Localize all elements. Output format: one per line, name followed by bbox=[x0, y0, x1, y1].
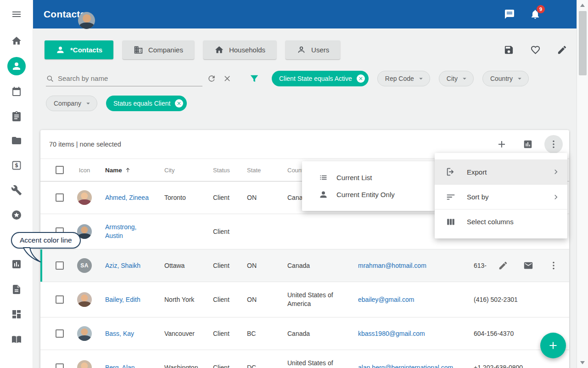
contact-email-link[interactable]: ebailey@gmail.com bbox=[358, 296, 414, 303]
refresh-search-button[interactable] bbox=[207, 74, 217, 84]
save-view-button[interactable] bbox=[504, 45, 514, 55]
bar-chart-icon bbox=[11, 259, 22, 270]
more-options-button[interactable] bbox=[544, 135, 563, 153]
contact-name-link[interactable]: Armstrong, Austin bbox=[105, 223, 136, 239]
column-header-status[interactable]: Status bbox=[213, 167, 230, 174]
hamburger-menu-button[interactable] bbox=[7, 5, 26, 23]
sidebar-item-tools[interactable] bbox=[7, 181, 26, 199]
cell-state: ON bbox=[247, 261, 287, 270]
edit-view-button[interactable] bbox=[557, 45, 567, 55]
notification-badge: 9 bbox=[537, 5, 545, 13]
sort-icon bbox=[446, 192, 456, 202]
tab-companies[interactable]: Companies bbox=[123, 40, 194, 59]
row-actions bbox=[498, 249, 559, 282]
tab-households[interactable]: Households bbox=[203, 40, 276, 59]
contact-name-link[interactable]: Ahmed, Zineea bbox=[105, 194, 149, 201]
row-checkbox[interactable] bbox=[56, 363, 64, 368]
filter-chip-company[interactable]: Company bbox=[46, 96, 97, 111]
calendar-icon bbox=[11, 86, 22, 97]
cell-city: Ottawa bbox=[164, 261, 213, 270]
user-avatar[interactable] bbox=[78, 12, 95, 29]
contact-name-link[interactable]: Bailey, Edith bbox=[105, 296, 140, 303]
add-contact-button[interactable] bbox=[496, 139, 507, 150]
contact-email-link[interactable]: mrahman@hotmail.com bbox=[358, 262, 426, 269]
table-row[interactable]: Berg, Alan Washington Client DC United S… bbox=[40, 350, 569, 368]
scroll-up-arrow[interactable] bbox=[580, 4, 585, 7]
stars-icon bbox=[11, 209, 22, 221]
filter-chip-country[interactable]: Country bbox=[482, 71, 529, 86]
contact-avatar bbox=[77, 360, 92, 368]
menu-item-export[interactable]: Export bbox=[435, 159, 567, 184]
scroll-down-arrow[interactable] bbox=[580, 361, 585, 364]
active-item-circle bbox=[7, 57, 26, 75]
clear-search-button[interactable] bbox=[223, 74, 233, 84]
column-header-name[interactable]: Name bbox=[105, 167, 155, 174]
chevron-down-icon bbox=[460, 74, 469, 83]
search-box bbox=[46, 71, 202, 86]
row-checkbox[interactable] bbox=[56, 193, 64, 202]
contact-avatar bbox=[77, 326, 92, 341]
sidebar-item-contacts[interactable] bbox=[7, 57, 26, 75]
list-icon bbox=[319, 173, 328, 182]
table-row[interactable]: Bass, Kay Vancouver Client BC Canada kba… bbox=[40, 317, 569, 350]
sidebar-item-notes[interactable] bbox=[7, 280, 26, 299]
filter-button[interactable] bbox=[249, 74, 259, 84]
contact-name-link[interactable]: Berg, Alan bbox=[105, 364, 135, 368]
row-checkbox[interactable] bbox=[56, 295, 64, 304]
column-header-city[interactable]: City bbox=[164, 167, 174, 174]
tab-contacts[interactable]: *Contacts bbox=[45, 40, 113, 59]
contact-email-link[interactable]: kbass1980@gmail.com bbox=[358, 330, 425, 337]
tab-users[interactable]: Users bbox=[286, 40, 340, 59]
table-row[interactable]: SA Aziz, Shaikh Ottawa Client ON Canada … bbox=[40, 249, 569, 282]
menu-item-sort-by[interactable]: Sort by bbox=[435, 184, 567, 209]
menu-item-current-list[interactable]: Current List bbox=[302, 169, 435, 186]
chat-button[interactable] bbox=[504, 9, 515, 20]
chevron-down-icon bbox=[84, 99, 92, 108]
chart-view-button[interactable] bbox=[523, 139, 533, 149]
edit-contact-button[interactable] bbox=[498, 260, 508, 271]
sidebar-item-dashboard[interactable] bbox=[7, 305, 26, 323]
save-icon bbox=[504, 45, 514, 55]
search-input[interactable] bbox=[58, 74, 196, 82]
dashboard-icon bbox=[11, 309, 22, 320]
filter-chip-client-state[interactable]: Client State equals Active bbox=[272, 71, 369, 86]
email-contact-button[interactable] bbox=[523, 260, 533, 271]
sidebar-item-favorites[interactable] bbox=[7, 206, 26, 224]
clipboard-icon bbox=[11, 111, 22, 122]
contact-name-link[interactable]: Aziz, Shaikh bbox=[105, 262, 140, 269]
chip-remove-icon[interactable] bbox=[357, 74, 365, 83]
select-all-checkbox[interactable] bbox=[56, 166, 64, 174]
chip-remove-icon[interactable] bbox=[175, 99, 183, 108]
sidebar-item-billing[interactable] bbox=[7, 156, 26, 175]
contact-name-link[interactable]: Bass, Kay bbox=[105, 330, 134, 337]
row-more-options-button[interactable] bbox=[549, 260, 559, 271]
row-checkbox[interactable] bbox=[56, 261, 64, 270]
sidebar-item-tasks[interactable] bbox=[7, 107, 26, 125]
selection-summary: 70 items | none selected bbox=[49, 141, 121, 148]
cell-city: Washington bbox=[164, 363, 213, 368]
menu-item-select-columns[interactable]: Select columns bbox=[435, 209, 567, 234]
contact-email-link[interactable]: alan.berg@berginternational.com bbox=[358, 364, 453, 368]
table-row[interactable]: Bailey, Edith North York Client ON Unite… bbox=[40, 282, 569, 317]
scrollbar-thumb[interactable] bbox=[579, 11, 587, 75]
sidebar-item-documents[interactable] bbox=[7, 131, 26, 150]
cell-phone: (416) 502-2301 bbox=[474, 295, 569, 304]
topbar: Contacts 9 bbox=[33, 0, 577, 28]
filter-chip-city[interactable]: City bbox=[439, 71, 474, 86]
filter-chip-status[interactable]: Status equals Client bbox=[106, 96, 187, 111]
cell-status: Client bbox=[213, 261, 247, 270]
dots-vertical-icon bbox=[549, 260, 559, 271]
favorite-button[interactable] bbox=[530, 45, 541, 55]
vertical-scrollbar[interactable] bbox=[577, 0, 588, 368]
sidebar-item-directory[interactable] bbox=[7, 330, 26, 349]
column-header-state[interactable]: State bbox=[247, 167, 261, 174]
row-checkbox[interactable] bbox=[56, 329, 64, 338]
add-new-fab[interactable] bbox=[540, 333, 566, 358]
sidebar-item-calendar[interactable] bbox=[7, 82, 26, 101]
sidebar-item-home[interactable] bbox=[7, 32, 26, 50]
notifications-button[interactable]: 9 bbox=[530, 9, 541, 20]
filter-chip-rep-code[interactable]: Rep Code bbox=[377, 71, 430, 86]
cell-city: Vancouver bbox=[164, 329, 213, 338]
menu-item-current-entity-only[interactable]: Current Entity Only bbox=[302, 186, 435, 203]
cell-status: Client bbox=[213, 193, 247, 202]
